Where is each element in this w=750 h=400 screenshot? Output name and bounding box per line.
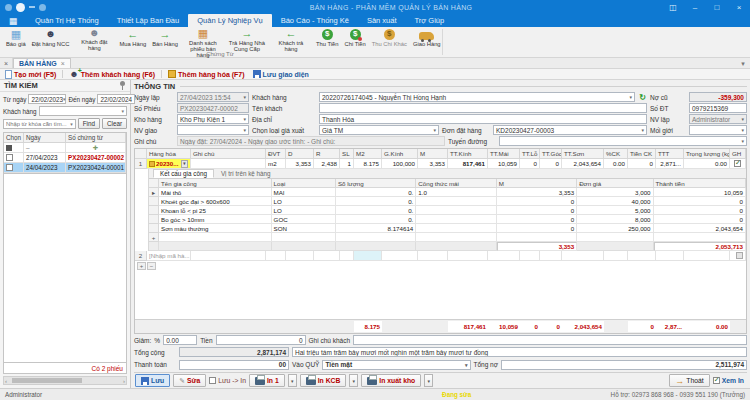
preview-option[interactable]: Xem In (713, 377, 744, 384)
ban-hang-button[interactable]: → Bán Hàng (149, 27, 181, 51)
col-cong-thuc-mai[interactable]: Công thức mái (416, 179, 496, 188)
col-gh[interactable]: GH (730, 149, 746, 159)
ribbon-display-icon[interactable]: ◫ (662, 0, 684, 14)
khach-hang-field[interactable]: 20220726174045 - Nguyễn Thị Hồng Hạnh▾ (319, 92, 635, 102)
kho-hang-field[interactable]: Kho Phụ Kiện 1▾ (177, 114, 249, 124)
chevron-down-icon[interactable]: ▾ (70, 121, 73, 127)
print-warehouse-button[interactable]: In xuất kho (361, 374, 421, 387)
scrollbar-thumb[interactable] (12, 378, 82, 383)
ellipsis-button[interactable] (736, 252, 743, 259)
so-dt-field[interactable]: 0979215369 (689, 103, 747, 113)
exit-button[interactable]: → Thoát (669, 374, 709, 387)
tab-vi-tri-ke-hang[interactable]: Vị trí trên kệ hàng (215, 169, 277, 178)
refresh-customer-icon[interactable]: ↻ (638, 93, 647, 102)
col-m2[interactable]: M2 (354, 149, 382, 159)
document-row-selected[interactable]: 24/04/2023 PX20230424-00001 (4, 163, 126, 173)
highlighted-cell[interactable] (354, 251, 382, 261)
ghi-chu-field[interactable]: Ngày đặt: 27/04/2024 - Ngày giao ước tín… (177, 136, 445, 146)
dia-chi-field[interactable]: Thanh Hóa (319, 114, 647, 124)
col-tt-son[interactable]: TT.Sơn (562, 149, 604, 159)
mua-hang-button[interactable]: ← Mua Hàng (116, 27, 149, 51)
quy-select[interactable]: Tiền mặt▾ (322, 360, 470, 370)
app-menu-icon[interactable]: ▦ (0, 14, 26, 27)
ngay-lap-field[interactable]: 27/04/2023 15:54▾ (177, 92, 249, 102)
chevron-down-icon[interactable]: ▾ (63, 96, 66, 102)
tab-close-icon[interactable]: × (61, 60, 65, 67)
gh-checkbox[interactable] (734, 160, 741, 167)
tab-san-xuat[interactable]: Sản xuất (358, 14, 406, 27)
doc-tab-ban-hang[interactable]: BÁN HÀNG × (13, 58, 71, 68)
chevron-down-icon[interactable]: ▾ (739, 138, 744, 144)
date-filter-cell[interactable]: – (24, 143, 66, 153)
save-print-option[interactable]: Lưu -> In (209, 377, 246, 384)
tab-list-dropdown-icon[interactable]: ▾ (736, 60, 750, 68)
col-tt-lo[interactable]: TT.Lỗ (520, 149, 540, 159)
row-checkbox[interactable] (6, 154, 13, 161)
detail-row[interactable]: ▸ Mài thô MAI 0. 1.0 3,353 3,000 10,059 (149, 188, 746, 197)
thu-chi-khac-button[interactable]: $ Thu Chi Khác (369, 27, 410, 51)
ten-khach-field[interactable] (319, 103, 647, 113)
chi-tien-button[interactable]: $ Chi Tiền (341, 27, 368, 51)
save-layout-button[interactable]: Lưu giao diện (251, 70, 311, 78)
chevron-down-icon[interactable]: ▾ (431, 127, 436, 133)
chevron-down-icon[interactable]: ▾ (739, 116, 744, 122)
giao-hang-button[interactable]: Giao Hàng (410, 27, 444, 51)
dat-hang-ncc-button[interactable]: ☻ Đặt hàng NCC (29, 27, 73, 51)
tuyen-duong-field[interactable]: ▾ (499, 136, 747, 146)
tab-thiet-lap-ban-dau[interactable]: Thiết Lập Ban Đầu (108, 14, 189, 27)
add-customer-button[interactable]: ☻ Thêm khách hàng (F6) (67, 70, 157, 79)
close-icon[interactable]: × (728, 0, 750, 14)
close-all-tabs-icon[interactable]: × (0, 58, 13, 68)
clear-button[interactable]: Clear (102, 118, 127, 129)
thanh-toan-input[interactable]: 00 (179, 360, 289, 370)
item-code-cell[interactable]: 20230... ▾ (147, 159, 191, 169)
col-sl[interactable]: SL (340, 149, 354, 159)
chevron-down-icon[interactable]: ▾ (465, 362, 468, 368)
save-print-checkbox[interactable] (209, 377, 216, 384)
from-date-input[interactable]: 22/02/2023▾ (28, 94, 66, 104)
detail-row[interactable]: Bo góc > 10mm GOC 0. 0 8,000 0 (149, 215, 746, 224)
print1-button[interactable]: In 1 (249, 374, 285, 387)
nv-giao-field[interactable]: ▾ (177, 125, 249, 135)
minimize-icon[interactable]: – (684, 0, 706, 14)
col-dvt[interactable]: ĐVT (266, 149, 286, 159)
col-don-gia[interactable]: Đơn giá (577, 179, 653, 188)
danh-sach-phieu-button[interactable]: ▦ Danh sách phiếu bán hàng (181, 27, 225, 51)
discount-amount-input[interactable]: 0 (216, 335, 306, 345)
customer-filter-select[interactable]: ▾ (39, 106, 127, 116)
col-tt-goc[interactable]: TT.Góc (540, 149, 562, 159)
item-row-1[interactable]: 1 20230... ▾ m2 3,353 2,438 1 8.175 100,… (135, 159, 746, 169)
chevron-down-icon[interactable]: ▾ (181, 160, 188, 168)
edit-button[interactable]: ✎ Sửa (173, 374, 206, 387)
chevron-down-icon[interactable]: ▾ (627, 94, 632, 100)
chevron-down-icon[interactable]: ▾ (241, 127, 246, 133)
khach-dat-hang-button[interactable]: ☻ Khách đặt hàng (72, 27, 116, 51)
tab-tro-giup[interactable]: Trợ Giúp (406, 14, 454, 27)
col-tien-ck[interactable]: Tiền CK (628, 149, 656, 159)
chevron-down-icon[interactable]: ▾ (241, 116, 246, 122)
item-row-2-new[interactable]: 2 [Nhập mã hà... (135, 251, 746, 261)
tab-quan-ly-nghiep-vu[interactable]: Quản Lý Nghiệp Vụ (188, 14, 271, 27)
remove-row-button[interactable]: − (147, 262, 156, 270)
detail-row[interactable]: Sơn màu thường SON 8.174614 0 250,000 2,… (149, 224, 746, 233)
detail-row[interactable]: Khoét góc đại > 600x600 LO 0. 0 40,000 0 (149, 197, 746, 206)
thu-tien-button[interactable]: $ Thu Tiền (313, 27, 342, 51)
tab-bao-cao-thong-ke[interactable]: Báo Cáo - Thống Kê (272, 14, 358, 27)
to-date-input[interactable]: 22/02/2024 (97, 94, 135, 104)
col-thanh-tien[interactable]: Thành tiền (654, 179, 746, 188)
col-hang-hoa[interactable]: Hàng hóa (147, 149, 191, 159)
discount-pct-input[interactable]: 0.00 (163, 335, 197, 345)
col-so-luong[interactable]: Số lượng (336, 179, 416, 188)
don-dat-hang-field[interactable]: KD20230427-00003▾ (493, 125, 647, 135)
create-new-button[interactable]: Tạo mới (F5) (3, 70, 58, 79)
chevron-down-icon[interactable]: ▾ (241, 94, 246, 100)
print-kcb-button[interactable]: In KCB (300, 374, 347, 387)
detail-new-row[interactable]: + (149, 233, 746, 242)
save-button[interactable]: Lưu (135, 374, 170, 387)
tab-ket-cau-gia-cong[interactable]: Kết cấu gia công (153, 169, 214, 178)
scroll-left-icon[interactable]: ‹ (5, 378, 7, 384)
col-d[interactable]: D (286, 149, 314, 159)
print1-dropdown-icon[interactable]: ▾ (288, 374, 297, 387)
document-row[interactable]: 27/04/2023 PX20230427-00002 (4, 153, 126, 163)
loai-gia-field[interactable]: Giá TM▾ (319, 125, 439, 135)
